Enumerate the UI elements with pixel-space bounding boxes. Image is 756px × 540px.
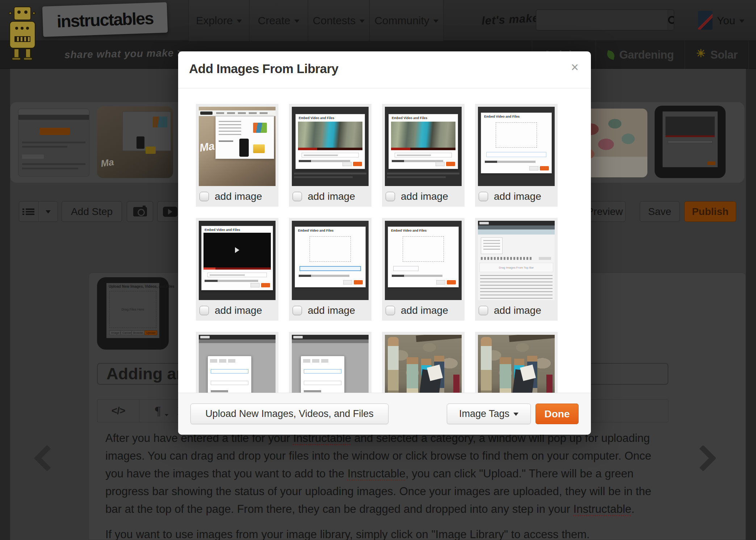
modal-header: Add Images From Library × xyxy=(178,51,591,88)
step-list-dropdown[interactable] xyxy=(38,202,58,222)
search-input[interactable] xyxy=(536,10,668,30)
library-image-cell: Drag Images From Top Baradd image xyxy=(475,218,558,321)
add-image-checkbox[interactable] xyxy=(479,306,488,315)
chevron-down-icon xyxy=(433,20,438,25)
band-practice-photo[interactable] xyxy=(478,335,555,393)
add-image-label: add image xyxy=(215,191,262,202)
image-library-grid: Maadd imageEmbed Video and Filesadd imag… xyxy=(178,88,591,393)
primary-nav: Explore Create Contests Community xyxy=(188,0,444,41)
embed-video-dialog-url-selected[interactable]: Embed Video and Files xyxy=(292,221,369,300)
sun-icon xyxy=(696,50,706,60)
add-image-checkbox[interactable] xyxy=(293,306,302,315)
add-image-checkbox[interactable] xyxy=(200,306,209,315)
library-image-cell: Embed Video and Filesadd image xyxy=(289,104,371,207)
user-menu[interactable]: You xyxy=(717,0,744,41)
list-icon xyxy=(26,208,34,215)
paragraph-style-button[interactable]: ¶ xyxy=(144,399,171,422)
library-image-cell: Embed Video and Filesadd image xyxy=(196,218,278,321)
add-image-label: add image xyxy=(308,305,355,316)
search-button[interactable] xyxy=(668,10,674,30)
step-list-button[interactable] xyxy=(19,202,38,222)
logo-text: instructables xyxy=(56,8,154,31)
library-image-cell: Embed Video and Filesadd image xyxy=(382,104,465,207)
uploaded-image-thumbnail[interactable]: Ma xyxy=(97,106,173,178)
embed-video-dialog-empty[interactable]: Embed Video and Files xyxy=(478,107,555,186)
add-image-checkbox[interactable] xyxy=(293,192,302,201)
spellcheck-underline: Instructable xyxy=(348,467,406,480)
step-list-button-group xyxy=(19,201,58,222)
add-image-checkbox[interactable] xyxy=(386,192,395,201)
add-image-label: add image xyxy=(401,191,448,202)
embed-video-dialog-player[interactable]: Embed Video and Files xyxy=(199,221,276,300)
add-image-label: add image xyxy=(308,191,355,202)
library-image-cell: add image xyxy=(196,332,278,393)
chevron-down-icon xyxy=(739,20,744,25)
nav-contests[interactable]: Contests xyxy=(308,0,369,41)
uploaded-image-thumbnail[interactable] xyxy=(655,106,726,178)
embed-video-dialog-url[interactable]: Embed Video and Files xyxy=(385,221,462,300)
leaf-icon xyxy=(606,50,616,60)
search-icon xyxy=(668,16,674,24)
screen: instructables Explore Create Contests Co… xyxy=(0,0,756,540)
chevron-down-icon xyxy=(46,210,51,216)
top-navigation: instructables Explore Create Contests Co… xyxy=(0,0,756,41)
chevron-down-icon xyxy=(360,20,365,25)
add-image-label: add image xyxy=(215,305,262,316)
chevron-down-icon xyxy=(237,20,242,25)
step-image-thumbnail[interactable]: Upload New Images, Videos, and Files Dra… xyxy=(97,277,169,350)
homepage-screenshot[interactable]: Ma xyxy=(199,107,276,186)
instructables-logo[interactable]: instructables xyxy=(42,2,168,37)
step-paragraph: After you have entered a title for your … xyxy=(105,429,659,540)
instructables-robot-mascot[interactable] xyxy=(4,2,41,62)
editor-page-screenshot[interactable]: Drag Images From Top Bar xyxy=(478,221,555,300)
image-tags-dropdown[interactable]: Image Tags xyxy=(447,404,531,424)
channel-gardening[interactable]: Gardening xyxy=(596,41,685,69)
upload-new-images-button[interactable]: Upload New Images, Videos, and Files xyxy=(190,404,388,424)
page-edge xyxy=(746,69,756,540)
publish-button[interactable]: Publish xyxy=(684,201,736,222)
add-step-button[interactable]: Add Step xyxy=(62,201,122,222)
add-images-modal: Add Images From Library × Maadd imageEmb… xyxy=(178,51,591,435)
channel-solar[interactable]: Solar xyxy=(685,41,749,69)
nav-community[interactable]: Community xyxy=(369,0,444,41)
chevron-down-icon xyxy=(294,20,299,25)
search-box xyxy=(536,9,674,30)
spellcheck-underline: Instructable xyxy=(574,503,631,515)
embed-video-dialog-filled[interactable]: Embed Video and Files xyxy=(385,107,462,186)
source-code-button[interactable]: </> xyxy=(97,399,139,422)
library-image-cell: add image xyxy=(475,332,558,393)
library-image-cell: add image xyxy=(382,332,465,393)
camera-icon xyxy=(133,207,147,216)
embed-video-dialog-filled[interactable]: Embed Video and Files xyxy=(292,107,369,186)
upload-mini-button: Upload xyxy=(144,330,157,335)
save-button[interactable]: Save xyxy=(640,201,680,222)
add-image-label: add image xyxy=(401,305,448,316)
uploaded-image-thumbnail[interactable] xyxy=(18,109,89,177)
add-image-checkbox[interactable] xyxy=(386,306,395,315)
nav-explore[interactable]: Explore xyxy=(188,0,249,41)
add-image-checkbox[interactable] xyxy=(200,192,209,201)
add-image-checkbox[interactable] xyxy=(479,192,488,201)
library-image-cell: Embed Video and Filesadd image xyxy=(289,218,371,321)
modal-title: Add Images From Library xyxy=(189,62,338,76)
link-dialog-screenshot[interactable] xyxy=(199,335,276,393)
chevron-down-icon xyxy=(513,413,518,418)
close-icon[interactable]: × xyxy=(571,61,579,74)
add-image-label: add image xyxy=(494,305,541,316)
tagline: share what you make > xyxy=(64,47,184,61)
avatar[interactable] xyxy=(698,11,713,30)
add-photo-button[interactable] xyxy=(127,201,153,222)
done-button[interactable]: Done xyxy=(536,404,579,424)
link-dialog-screenshot[interactable] xyxy=(292,335,369,393)
library-image-cell: Embed Video and Filesadd image xyxy=(382,218,465,321)
video-icon xyxy=(163,207,177,217)
modal-footer: Upload New Images, Videos, and Files Ima… xyxy=(178,393,591,435)
tablet-dialog-title: Upload New Images, Videos, and Files xyxy=(109,284,175,288)
library-image-cell: Embed Video and Filesadd image xyxy=(475,104,558,207)
nav-create[interactable]: Create xyxy=(249,0,308,41)
library-image-cell: add image xyxy=(289,332,371,393)
band-practice-photo[interactable] xyxy=(385,335,462,393)
drag-drop-zone: Drag Files Here xyxy=(109,291,156,328)
library-image-cell: Maadd image xyxy=(196,104,278,207)
add-image-label: add image xyxy=(494,191,541,202)
